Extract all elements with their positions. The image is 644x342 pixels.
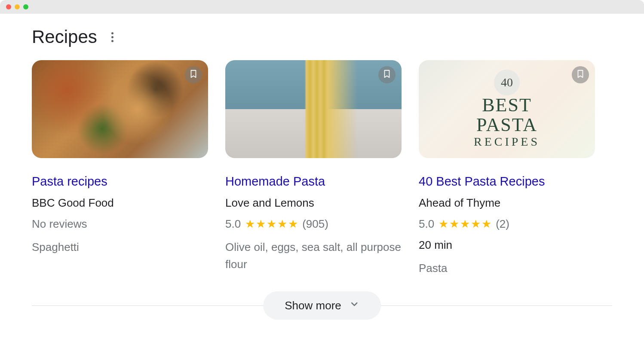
star-rating: ★★★★★ <box>245 217 298 231</box>
recipe-title-link[interactable]: Pasta recipes <box>32 174 208 189</box>
window-close-button[interactable] <box>6 4 11 9</box>
star-icon: ★ <box>460 217 470 231</box>
window-chrome <box>0 0 644 14</box>
bookmark-button[interactable] <box>185 66 202 83</box>
star-icon: ★ <box>267 217 276 231</box>
recipe-title-link[interactable]: 40 Best Pasta Recipes <box>419 174 595 189</box>
star-icon: ★ <box>481 217 491 231</box>
window-minimize-button[interactable] <box>15 4 20 9</box>
rating-value: 5.0 <box>225 217 241 231</box>
recipe-rating-row: 5.0★★★★★(2) <box>419 217 595 231</box>
recipe-card: 40BESTPASTARECIPES40 Best Pasta RecipesA… <box>419 60 595 277</box>
star-icon: ★ <box>439 217 448 231</box>
recipe-source: Love and Lemons <box>225 196 402 210</box>
recipe-thumbnail[interactable] <box>32 60 208 158</box>
recipe-extra: Olive oil, eggs, sea salt, all purpose f… <box>225 238 402 273</box>
star-icon: ★ <box>288 217 298 231</box>
section-footer: Show more <box>32 291 612 320</box>
thumbnail-overlay: 40BESTPASTARECIPES <box>419 60 595 158</box>
show-more-label: Show more <box>285 299 341 312</box>
recipe-extra: Pasta <box>419 260 595 277</box>
recipe-title-link[interactable]: Homemade Pasta <box>225 174 402 189</box>
kebab-dot-icon <box>111 32 113 34</box>
more-options-button[interactable] <box>107 32 118 42</box>
show-more-button[interactable]: Show more <box>263 291 381 320</box>
recipe-card: Pasta recipesBBC Good FoodNo reviewsSpag… <box>32 60 208 277</box>
recipe-cards-row: Pasta recipesBBC Good FoodNo reviewsSpag… <box>32 60 612 277</box>
star-rating: ★★★★★ <box>439 217 491 231</box>
section-header: Recipes <box>32 27 612 47</box>
bookmark-icon <box>382 69 392 80</box>
recipes-section: Recipes Pasta recipesBBC Good FoodNo rev… <box>0 14 644 320</box>
window-zoom-button[interactable] <box>23 4 28 9</box>
chevron-down-icon <box>349 299 359 312</box>
recipe-card: Homemade PastaLove and Lemons5.0★★★★★(90… <box>225 60 402 277</box>
bookmark-icon <box>576 69 585 80</box>
rating-value: 5.0 <box>419 217 434 231</box>
section-title: Recipes <box>32 27 97 47</box>
star-icon: ★ <box>277 217 287 231</box>
overlay-line: BEST <box>482 95 532 115</box>
recipe-source: Ahead of Thyme <box>419 196 595 210</box>
star-icon: ★ <box>245 217 255 231</box>
overlay-line: RECIPES <box>474 135 540 149</box>
recipe-extra: Spaghetti <box>32 238 208 256</box>
recipe-rating-row: No reviews <box>32 217 208 231</box>
overlay-line: PASTA <box>476 115 537 135</box>
reviews-count: (2) <box>496 217 509 231</box>
star-icon: ★ <box>449 217 459 231</box>
bookmark-button[interactable] <box>378 66 396 83</box>
recipe-source: BBC Good Food <box>32 196 208 210</box>
reviews-count: (905) <box>302 217 328 231</box>
overlay-badge: 40 <box>494 70 520 95</box>
star-icon: ★ <box>471 217 481 231</box>
no-reviews-label: No reviews <box>32 217 87 231</box>
bookmark-icon <box>189 69 198 80</box>
recipe-time: 20 min <box>419 238 595 252</box>
star-icon: ★ <box>256 217 266 231</box>
kebab-dot-icon <box>111 40 113 42</box>
recipe-thumbnail[interactable] <box>225 60 402 158</box>
recipe-rating-row: 5.0★★★★★(905) <box>225 217 402 231</box>
recipe-thumbnail[interactable]: 40BESTPASTARECIPES <box>419 60 595 158</box>
bookmark-button[interactable] <box>572 66 589 83</box>
kebab-dot-icon <box>111 36 113 38</box>
